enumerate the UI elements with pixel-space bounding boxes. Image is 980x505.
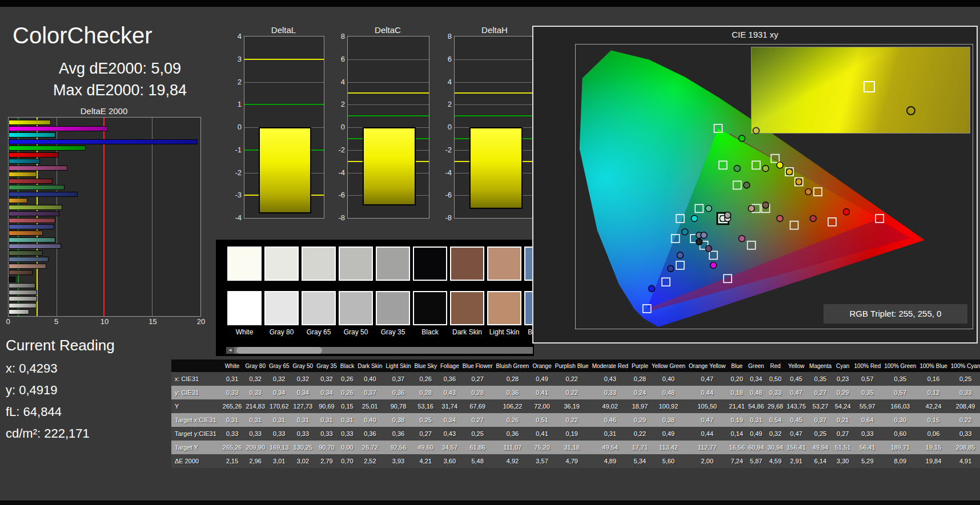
table-column-header: Red [766,359,785,372]
table-column-header: Green [746,359,766,372]
table-cell: 0,06 [918,427,949,441]
table-cell: 3,01 [267,454,291,468]
inset-target-marker [863,81,875,92]
table-column-header: Foliage [439,359,461,372]
table-column-header: Yellow Green [650,359,687,372]
cie-measured-marker [796,179,802,185]
table-cell: 166,03 [882,399,918,413]
swatch-label: Dark Skin [449,328,485,336]
table-cell: 0,33 [591,386,630,399]
current-reading-line: y: 0,4919 [6,383,58,398]
table-cell: 7,24 [728,454,747,468]
delta-y-tick-label: 2 [438,100,452,108]
table-cell: 0,26 [339,372,356,386]
cie-measured-marker [739,236,745,242]
deltae-bar [9,152,59,157]
delta-chart-title: DeltaH [454,25,535,35]
table-cell: 0,33 [949,427,980,441]
table-cell: 0,33 [339,427,356,441]
table-cell: 0,47 [687,413,728,427]
table-cell: 0,25 [949,372,980,386]
deltae-x-tick-label: 20 [197,317,205,326]
table-cell: 0,45 [785,372,808,386]
table-cell: 0,41 [531,427,553,441]
swatch-scrollbar[interactable]: ◄ [226,347,533,354]
table-cell: 0,26 [495,413,531,427]
table-cell: 0,31 [591,427,630,441]
table-cell: 0,27 [412,427,438,441]
table-cell: 56,41 [853,441,883,454]
table-column-header: Yellow [785,359,808,372]
scroll-left-button[interactable]: ◄ [226,347,234,354]
swatch-comparison-panel: Actual Target WhiteGray 80Gray 65Gray 50… [216,240,534,356]
table-cell: 0,35 [808,372,833,386]
delta-gridline [348,82,429,83]
delta-threshold-line [244,104,324,105]
table-cell: 0,33 [221,427,244,441]
cie-measured-marker [748,205,754,212]
table-cell: 0,40 [356,413,384,427]
table-cell: 0,28 [412,386,438,399]
table-cell: 0,70 [339,454,356,468]
table-cell: 0,31 [291,413,315,427]
table-cell: 90,78 [384,399,413,413]
table-row-label: Target x:CIE31 [171,413,221,427]
table-column-header: Blue [728,359,747,372]
cie-measured-marker [677,252,683,258]
swatch-actual-black [413,247,447,281]
table-cell: 143,75 [785,399,808,413]
table-cell: 0,44 [687,386,728,399]
table-cell: 0,16 [918,372,949,386]
table-cell: 2,79 [315,454,339,468]
delta-y-tick-label: 6 [331,54,345,63]
table-cell: 0,57 [882,386,918,399]
table-column-header: Moderate Red [591,359,630,372]
table-column-header: Purplish Blue [553,359,591,372]
table-cell: 0,31 [221,413,244,427]
table-cell: 0,31 [221,372,244,386]
table-cell: 25,01 [356,399,384,413]
current-reading-line: cd/m²: 222,171 [6,426,90,441]
deltae-bar [9,120,51,125]
table-cell: 0,33 [291,427,315,441]
table-cell: 0,41 [531,386,553,399]
delta-chart-title: DeltaC [347,25,428,35]
colorchecker-screen: ColorChecker Avg dE2000: 5,09 Max dE2000… [0,0,980,505]
table-cell: 30,94 [766,441,785,454]
cie-measured-marker [691,215,697,221]
deltae-x-tick-label: 15 [148,317,156,326]
table-cell: 0,32 [766,427,785,441]
measurement-table: WhiteGray 80Gray 65Gray 50Gray 35BlackDa… [171,359,980,468]
table-cell: 75,20 [531,441,553,454]
table-cell: 0,22 [949,413,980,427]
table-row: Target Y265,26209,90169,13130,2590,700,0… [171,441,980,454]
table-cell: 0,31 [339,413,356,427]
table-cell: 106,22 [495,399,531,413]
table-cell: 0,37 [384,372,413,386]
scrollbar-thumb[interactable] [236,347,322,354]
delta-y-tick-label: 4 [228,32,242,41]
delta-y-tick-label: -6 [438,191,452,199]
delta-y-tick-label: 8 [331,32,345,41]
table-cell: 0,15 [339,399,356,413]
table-cell: 4,92 [495,454,531,468]
table-column-header: Cyan [833,359,853,372]
deltae-bar [9,211,59,216]
delta-y-tick-label: -6 [331,191,345,199]
deltae-bar [9,126,107,131]
table-column-header: White [221,359,244,372]
table-cell: 0,31 [315,413,339,427]
table-cell: 18,97 [630,399,650,413]
table-column-header: 100% Green [882,359,918,372]
delta-y-tick-label: -2 [331,145,345,153]
cie-measured-marker [710,262,717,268]
table-cell: 4,21 [412,454,438,468]
table-cell: 3,93 [384,454,413,468]
table-cell: 0,21 [833,413,853,427]
cie-measured-marker [682,229,688,235]
delta-y-tick-label: 4 [331,77,345,86]
table-cell: 49,60 [412,441,438,454]
delta-threshold-line [244,59,324,60]
table-cell: 0,32 [243,372,267,386]
delta-y-tick-label: -4 [228,213,242,222]
